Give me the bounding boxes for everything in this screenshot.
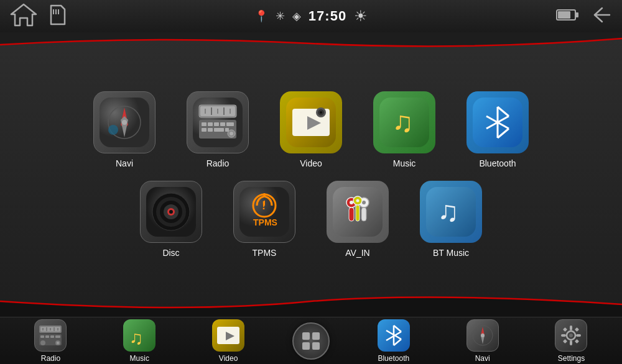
location-icon: 📍: [254, 9, 268, 23]
taskbar-bluetooth-label: Bluetooth: [378, 354, 409, 363]
svg-rect-112: [563, 339, 567, 343]
app-item-video[interactable]: Video: [277, 91, 345, 168]
svg-rect-26: [220, 122, 225, 126]
taskbar-item-bluetooth[interactable]: Bluetooth: [366, 319, 422, 363]
svg-point-87: [40, 340, 45, 345]
svg-rect-93: [302, 342, 310, 350]
status-left: [10, 3, 66, 29]
svg-rect-81: [40, 335, 44, 338]
taskbar-item-home[interactable]: [289, 322, 333, 360]
svg-rect-108: [561, 334, 566, 337]
taskbar-settings-label: Settings: [558, 354, 585, 363]
svg-rect-91: [302, 332, 310, 340]
svg-rect-94: [312, 342, 320, 350]
bluetooth-label: Bluetooth: [479, 158, 516, 168]
avin-icon: [327, 181, 389, 243]
svg-rect-92: [312, 332, 320, 340]
brightness-icon: ☀: [354, 7, 368, 25]
music-icon: ♫: [373, 91, 435, 153]
svg-rect-28: [202, 128, 207, 132]
svg-rect-83: [50, 335, 54, 338]
svg-rect-70: [356, 205, 360, 221]
taskbar: Radio ♫ Music Video: [0, 317, 622, 364]
main-content: Navi: [0, 32, 622, 317]
svg-rect-107: [570, 340, 572, 345]
radio-label: Radio: [207, 158, 230, 168]
svg-rect-5: [575, 12, 578, 17]
app-item-tpms[interactable]: ! TPMS TPMS: [230, 181, 299, 258]
status-bar: 📍 ✳ ◈ 17:50 ☀: [0, 0, 622, 32]
app-item-avin[interactable]: AV_IN: [323, 181, 392, 258]
svg-point-103: [481, 334, 485, 337]
svg-rect-111: [575, 339, 579, 343]
app-item-radio[interactable]: Radio: [183, 91, 252, 168]
taskbar-bluetooth-icon: [378, 319, 410, 352]
taskbar-video-icon: [212, 319, 244, 352]
app-item-navi[interactable]: Navi: [90, 91, 159, 168]
svg-rect-106: [570, 325, 572, 330]
taskbar-settings-icon: [555, 319, 587, 352]
taskbar-navi-icon: [466, 319, 499, 352]
taskbar-navi-label: Navi: [475, 354, 490, 363]
svg-text:♫: ♫: [129, 327, 144, 348]
svg-rect-84: [55, 335, 60, 338]
taskbar-music-label: Music: [130, 354, 149, 363]
time-display: 17:50: [309, 8, 346, 24]
svg-text:!: !: [262, 199, 266, 212]
btmusic-label: BT Music: [433, 248, 469, 258]
taskbar-item-navi[interactable]: Navi: [455, 319, 511, 363]
svg-rect-64: [349, 207, 354, 221]
svg-point-86: [57, 342, 59, 344]
svg-rect-67: [361, 207, 366, 221]
radio-icon: [187, 91, 249, 153]
taskbar-radio-label: Radio: [41, 354, 60, 363]
svg-point-33: [230, 132, 233, 135]
battery-icon: [556, 9, 580, 24]
taskbar-item-music[interactable]: ♫ Music: [111, 319, 167, 363]
disc-icon: [140, 181, 202, 243]
avin-label: AV_IN: [345, 248, 369, 258]
taskbar-music-icon: ♫: [123, 319, 156, 352]
taskbar-video-label: Video: [219, 354, 238, 363]
app-row-2: Disc: [137, 181, 485, 258]
wifi-icon: ◈: [292, 9, 301, 23]
taskbar-item-settings[interactable]: Settings: [543, 319, 599, 363]
svg-point-54: [169, 210, 173, 214]
taskbar-item-radio[interactable]: Radio: [22, 319, 78, 363]
svg-rect-25: [214, 122, 219, 126]
svg-rect-6: [558, 11, 570, 19]
svg-point-39: [320, 111, 322, 114]
tpms-label: TPMS: [253, 248, 277, 258]
app-item-bluetooth[interactable]: Bluetooth: [463, 91, 532, 168]
taskbar-item-video[interactable]: Video: [200, 319, 256, 363]
navi-icon: [93, 91, 156, 153]
home-icon[interactable]: [10, 3, 37, 29]
svg-marker-0: [11, 4, 36, 25]
svg-rect-24: [208, 122, 213, 126]
svg-point-13: [108, 125, 118, 135]
svg-rect-113: [575, 327, 579, 331]
tpms-icon: ! TPMS: [233, 181, 295, 243]
svg-text:♫: ♫: [392, 106, 414, 138]
svg-rect-29: [208, 128, 213, 132]
svg-rect-30: [214, 128, 224, 132]
bluetooth-status-icon: ✳: [276, 9, 285, 23]
sd-card-icon: [50, 4, 66, 28]
app-item-btmusic[interactable]: ♫ BT Music: [417, 181, 485, 258]
btmusic-icon: ♫: [420, 181, 482, 243]
app-row-1: Navi: [90, 91, 532, 168]
app-item-disc[interactable]: Disc: [137, 181, 205, 258]
svg-text:TPMS: TPMS: [253, 217, 277, 227]
svg-point-63: [350, 201, 353, 204]
svg-rect-23: [202, 122, 207, 126]
back-icon[interactable]: [590, 6, 612, 27]
navi-label: Navi: [116, 158, 133, 168]
svg-point-66: [362, 201, 366, 204]
video-icon: [280, 91, 342, 153]
disc-label: Disc: [162, 248, 179, 258]
app-item-music[interactable]: ♫ Music: [370, 91, 439, 168]
svg-point-12: [122, 120, 127, 125]
status-center: 📍 ✳ ◈ 17:50 ☀: [254, 7, 368, 25]
bluetooth-app-icon: [466, 91, 529, 153]
svg-rect-109: [576, 334, 581, 337]
